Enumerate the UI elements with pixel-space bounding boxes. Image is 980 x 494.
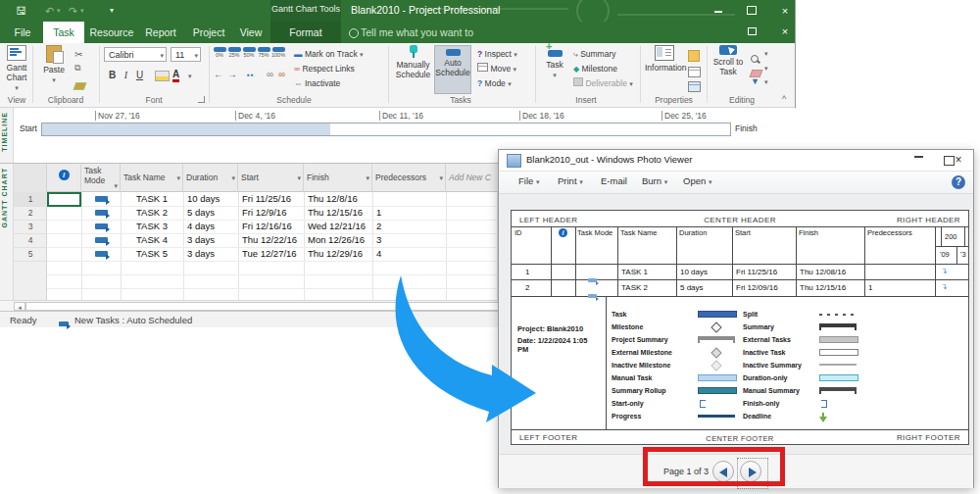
menu-open[interactable]: Open ▾ [683, 175, 711, 186]
mark-on-track-button[interactable]: ▬ Mark on Track ▾ [294, 48, 364, 61]
header-finish[interactable]: Finish▾ [304, 164, 372, 192]
cell-duration[interactable]: 5 days [187, 206, 238, 220]
header-add-new-column[interactable]: Add New C [446, 164, 505, 192]
undo-dropdown-icon[interactable]: ▾ [57, 4, 61, 18]
header-task-mode[interactable]: Task Mode▾ [81, 164, 121, 192]
cell-duration[interactable]: 3 days [187, 247, 238, 261]
indent-task-icon[interactable]: → [227, 69, 237, 79]
insert-deliverable-button[interactable]: Deliverable ▾ [573, 77, 633, 90]
outdent-task-icon[interactable]: ← [214, 69, 223, 79]
tab-view[interactable]: View [235, 22, 267, 43]
row-number[interactable]: 4 [14, 233, 47, 248]
minimize-button[interactable] [708, 3, 729, 19]
information-button[interactable]: Information [645, 45, 684, 73]
timeline-pane-strip[interactable]: TIMELINE [0, 108, 14, 163]
cut-icon[interactable]: ✂ [74, 49, 82, 60]
save-icon[interactable]: 🖫 [16, 4, 26, 18]
background-color-icon[interactable] [155, 71, 170, 81]
qat-customize-icon[interactable]: ▾ [110, 4, 114, 18]
cell-task-name[interactable]: TASK 2 [121, 206, 183, 220]
insert-milestone-button[interactable]: ◆ Milestone [573, 63, 617, 75]
row-number[interactable]: 5 [14, 247, 47, 262]
insert-summary-button[interactable]: ⤷ Summary [573, 48, 616, 61]
cell-finish[interactable]: Mon 12/26/16 [308, 233, 372, 247]
cell-task-mode[interactable] [81, 206, 121, 220]
font-size-combo[interactable]: 11▾ [171, 47, 201, 62]
row-number[interactable]: 3 [14, 220, 47, 234]
link-tasks-icon[interactable]: ∞ [267, 69, 273, 79]
cell-start[interactable]: Tue 12/27/16 [242, 247, 304, 261]
viewer-close-button[interactable]: × [946, 152, 971, 169]
copy-icon[interactable]: ⧉ [74, 63, 80, 74]
cell-predecessors[interactable]: 2 [376, 220, 446, 233]
cell-predecessors[interactable]: 1 [376, 206, 446, 220]
percent-25-button[interactable]: 25% [227, 47, 241, 58]
timeline-bar[interactable] [41, 123, 731, 136]
find-dropdown-icon[interactable]: ▾ [764, 50, 768, 58]
header-info[interactable]: i [47, 164, 81, 192]
percent-75-button[interactable]: 75% [257, 47, 270, 58]
cell-task-mode[interactable] [81, 192, 121, 206]
percent-0-button[interactable]: 0% [213, 47, 226, 58]
move-button[interactable]: Move ▾ [477, 63, 516, 75]
tell-me-box[interactable]: Tell me what you want to do... [361, 22, 488, 43]
percent-50-button[interactable]: 50% [242, 47, 256, 58]
inactivate-button[interactable]: ⇔ Inactivate [294, 77, 340, 90]
paste-button[interactable]: Paste▾ [39, 45, 69, 85]
fill-down-icon[interactable]: ▼ [751, 76, 760, 86]
cell-task-name[interactable]: TASK 3 [121, 220, 183, 233]
auto-schedule-button[interactable]: Auto Schedule [434, 45, 471, 94]
status-new-tasks[interactable]: New Tasks : Auto Scheduled [74, 315, 192, 325]
scroll-to-task-button[interactable]: Scroll to Task [711, 45, 745, 76]
gantt-chart-view-button[interactable]: Gantt Chart▾ [3, 45, 30, 93]
cell-task-mode[interactable] [81, 220, 121, 233]
header-duration[interactable]: Duration▾ [183, 164, 238, 192]
format-painter-icon[interactable] [74, 76, 85, 94]
cell-start[interactable]: Fri 11/25/16 [242, 192, 304, 206]
inspect-button[interactable]: ? Inspect ▾ [477, 48, 517, 61]
redo-dropdown-icon[interactable]: ▾ [80, 4, 84, 18]
cell-duration[interactable]: 3 days [187, 233, 238, 247]
viewer-maximize-button[interactable] [916, 152, 942, 169]
cell-finish[interactable]: Thu 12/15/16 [308, 206, 372, 220]
redo-icon[interactable]: ↷ [69, 4, 77, 18]
help-icon[interactable]: ? [952, 175, 965, 189]
header-start[interactable]: Start▾ [238, 164, 304, 192]
viewer-minimize-button[interactable] [887, 152, 912, 169]
cell-predecessors[interactable]: 3 [376, 233, 446, 247]
menu-print[interactable]: Print ▾ [558, 175, 583, 186]
selected-cell[interactable] [47, 192, 81, 207]
cell-predecessors[interactable] [376, 192, 446, 206]
row-number[interactable]: 2 [14, 206, 47, 221]
tab-report[interactable]: Report [139, 22, 182, 43]
cell-finish[interactable]: Thu 12/8/16 [308, 192, 372, 206]
cell-task-mode[interactable] [81, 247, 121, 261]
collapse-ribbon-icon[interactable]: ^ [782, 94, 786, 104]
header-task-name[interactable]: Task Name▾ [121, 164, 183, 192]
scroll-left-icon[interactable]: ◂ [14, 302, 25, 311]
mode-button[interactable]: ? Mode ▾ [477, 77, 512, 90]
cell-duration[interactable]: 4 days [187, 220, 238, 233]
tab-file[interactable]: File [6, 22, 39, 43]
header-predecessors[interactable]: Predecessors▾ [372, 164, 446, 192]
cell-task-mode[interactable] [81, 233, 121, 247]
restore-document-button[interactable] [741, 24, 762, 39]
undo-icon[interactable]: ↶ [45, 4, 54, 18]
tab-format[interactable]: Format [270, 22, 341, 43]
cell-start[interactable]: Fri 12/9/16 [242, 206, 304, 220]
font-name-combo[interactable]: Calibri▾ [104, 47, 167, 62]
row-number[interactable]: 1 [14, 192, 47, 207]
add-to-timeline-icon[interactable] [688, 78, 701, 96]
italic-button[interactable]: I [120, 69, 132, 82]
fill-dropdown-icon[interactable]: ▾ [764, 78, 768, 86]
menu-file[interactable]: File ▾ [518, 175, 539, 186]
clear-dropdown-icon[interactable]: ▾ [764, 65, 768, 73]
menu-burn[interactable]: Burn ▾ [642, 175, 667, 186]
cell-start[interactable]: Fri 12/16/16 [242, 220, 304, 233]
unlink-tasks-icon[interactable]: ∞ [278, 69, 285, 79]
tab-project[interactable]: Project [186, 22, 231, 43]
maximize-button[interactable] [741, 3, 762, 19]
insert-task-button[interactable]: + Task▾ [540, 45, 569, 80]
font-color-dropdown-icon[interactable]: ▾ [188, 73, 192, 80]
bold-button[interactable]: B [106, 69, 119, 82]
